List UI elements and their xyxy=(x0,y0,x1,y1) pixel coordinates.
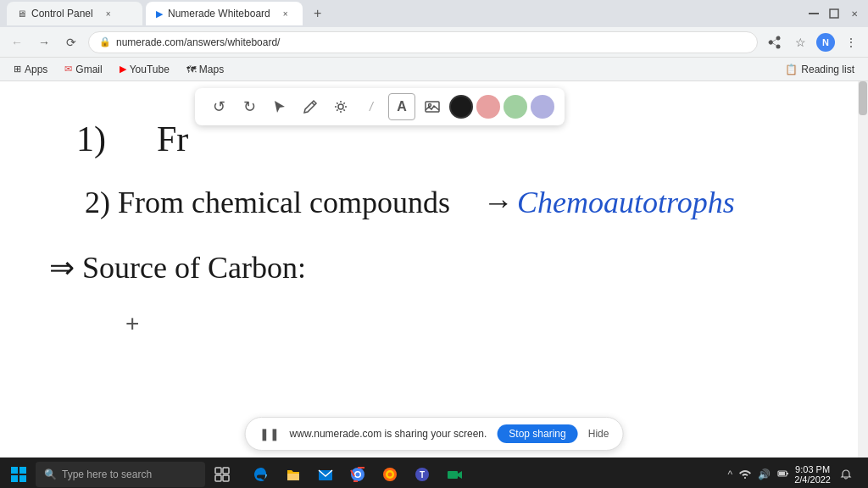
image-tool-button[interactable] xyxy=(419,93,446,120)
redo-button[interactable]: ↻ xyxy=(236,93,263,120)
edge-taskbar-icon[interactable] xyxy=(246,459,276,488)
maximize-button[interactable] xyxy=(827,7,841,20)
tab-close-ctrl[interactable]: × xyxy=(102,7,115,20)
tab-control-panel[interactable]: 🖥 Control Panel × xyxy=(7,2,142,25)
color-green[interactable] xyxy=(504,95,527,119)
youtube-icon: ▶ xyxy=(120,64,126,75)
svg-text:T: T xyxy=(420,470,425,480)
gmail-label: Gmail xyxy=(75,64,102,75)
eraser-tool-button[interactable]: / xyxy=(358,93,385,120)
whiteboard-svg: 1) Fr 2) From chemical compounds → Chemo… xyxy=(0,81,868,458)
color-lavender[interactable] xyxy=(531,95,554,119)
tray-battery-icon[interactable] xyxy=(776,468,791,482)
forward-button[interactable]: → xyxy=(34,32,54,53)
system-clock[interactable]: 9:03 PM 2/4/2022 xyxy=(794,464,831,485)
window-controls: ✕ xyxy=(807,7,861,20)
svg-rect-10 xyxy=(426,102,439,112)
undo-button[interactable]: ↺ xyxy=(205,93,232,120)
svg-rect-1 xyxy=(830,9,838,18)
scrollbar[interactable] xyxy=(858,81,868,458)
tray-icons: ^ 🔊 xyxy=(726,468,792,482)
address-text: numerade.com/answers/whiteboard/ xyxy=(116,36,280,48)
color-pink[interactable] xyxy=(476,95,500,119)
taskbar-pinned-apps: T xyxy=(246,459,470,488)
file-explorer-taskbar-icon[interactable] xyxy=(278,459,309,488)
svg-point-26 xyxy=(388,473,392,477)
back-button[interactable]: ← xyxy=(7,32,27,53)
drawing-toolbar: ↺ ↻ / A xyxy=(195,88,565,125)
reading-list-label: Reading list xyxy=(801,64,854,75)
svg-rect-14 xyxy=(11,475,18,482)
minimize-button[interactable] xyxy=(807,7,821,20)
apps-icon: ⊞ xyxy=(14,64,21,75)
svg-rect-15 xyxy=(19,475,26,482)
tools-button[interactable] xyxy=(327,93,354,120)
address-input[interactable]: 🔒 numerade.com/answers/whiteboard/ xyxy=(88,31,758,53)
bookmark-apps[interactable]: ⊞ Apps xyxy=(7,62,54,77)
svg-text:→: → xyxy=(483,186,514,219)
select-tool-button[interactable] xyxy=(266,93,293,120)
tab-numerade[interactable]: ▶ Numerade Whiteboard × xyxy=(146,2,303,25)
firefox-taskbar-icon[interactable] xyxy=(375,459,405,488)
title-bar: 🖥 Control Panel × ▶ Numerade Whiteboard … xyxy=(0,0,868,27)
svg-rect-17 xyxy=(223,468,229,474)
hide-button[interactable]: Hide xyxy=(588,428,609,440)
reading-list-icon: 📋 xyxy=(785,64,798,75)
tab-icon-num: ▶ xyxy=(156,8,163,19)
reading-list-button[interactable]: 📋 Reading list xyxy=(778,62,861,77)
svg-point-9 xyxy=(338,104,343,109)
task-view-button[interactable] xyxy=(207,459,237,488)
tab-icon-ctrl: 🖥 xyxy=(17,8,26,19)
svg-rect-16 xyxy=(215,468,221,474)
search-icon: 🔍 xyxy=(44,469,57,480)
meet-taskbar-icon[interactable] xyxy=(439,459,470,488)
svg-rect-19 xyxy=(223,475,229,481)
svg-text:+: + xyxy=(125,310,139,336)
scrollbar-thumb[interactable] xyxy=(859,81,867,115)
close-window-button[interactable]: ✕ xyxy=(848,7,861,20)
tab-label-num: Numerade Whiteboard xyxy=(168,8,270,19)
tray-arrow[interactable]: ^ xyxy=(726,469,735,480)
whiteboard[interactable]: 1) Fr 2) From chemical compounds → Chemo… xyxy=(0,81,868,458)
svg-point-23 xyxy=(356,473,360,477)
reload-button[interactable]: ⟳ xyxy=(61,32,81,53)
new-tab-button[interactable]: + xyxy=(306,2,330,25)
search-box[interactable]: 🔍 Type here to search xyxy=(36,462,205,487)
bookmarks-bar: ⊞ Apps ✉ Gmail ▶ YouTube 🗺 Maps 📋 Readin… xyxy=(0,58,868,81)
start-button[interactable] xyxy=(3,459,34,488)
clock-time: 9:03 PM xyxy=(795,464,830,474)
svg-rect-0 xyxy=(809,13,819,14)
svg-text:⇒  Source of Carbon:: ⇒ Source of Carbon: xyxy=(49,251,306,285)
text-tool-button[interactable]: A xyxy=(388,93,415,120)
notification-button[interactable] xyxy=(834,463,858,486)
bookmark-gmail[interactable]: ✉ Gmail xyxy=(58,62,108,77)
maps-icon: 🗺 xyxy=(186,64,196,75)
bookmark-star-button[interactable]: ☆ xyxy=(790,32,810,53)
pencil-tool-button[interactable] xyxy=(297,93,324,120)
sharing-icon: ❚❚ xyxy=(259,427,280,441)
svg-text:Fr: Fr xyxy=(157,119,188,158)
svg-text:2)  From chemical compounds: 2) From chemical compounds xyxy=(85,186,450,219)
bookmark-youtube[interactable]: ▶ YouTube xyxy=(113,62,176,77)
stop-sharing-button[interactable]: Stop sharing xyxy=(497,424,577,443)
extensions-button[interactable]: ⋮ xyxy=(841,32,861,53)
taskbar: 🔍 Type here to search T xyxy=(0,458,868,488)
address-actions: ☆ N ⋮ xyxy=(765,32,861,53)
tray-network-icon[interactable] xyxy=(737,468,753,482)
bookmark-maps[interactable]: 🗺 Maps xyxy=(180,62,231,77)
share-button[interactable] xyxy=(765,32,785,53)
svg-rect-31 xyxy=(779,472,785,475)
tab-close-num[interactable]: × xyxy=(279,7,292,20)
mail-taskbar-icon[interactable] xyxy=(310,459,341,488)
svg-text:Chemoautotrophs: Chemoautotrophs xyxy=(517,186,735,219)
gmail-icon: ✉ xyxy=(64,64,72,75)
tray-volume-icon[interactable]: 🔊 xyxy=(756,469,772,480)
search-placeholder: Type here to search xyxy=(62,469,152,480)
profile-button[interactable]: N xyxy=(815,32,836,53)
sharing-message: www.numerade.com is sharing your screen. xyxy=(290,428,487,440)
chrome-taskbar-icon[interactable] xyxy=(342,459,373,488)
teams-taskbar-icon[interactable]: T xyxy=(407,459,437,488)
color-black[interactable] xyxy=(449,95,473,119)
svg-rect-18 xyxy=(215,475,221,481)
content-area: 1) Fr 2) From chemical compounds → Chemo… xyxy=(0,81,868,458)
